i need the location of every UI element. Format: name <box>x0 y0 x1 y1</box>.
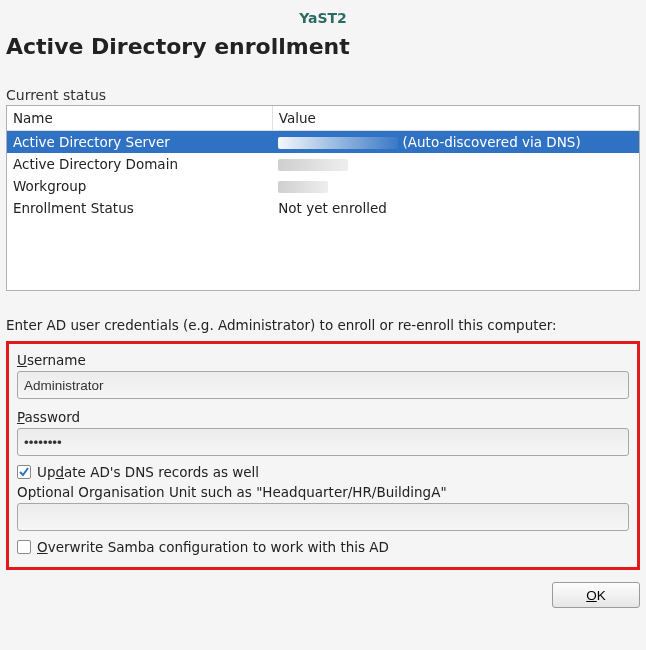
check-icon <box>18 466 30 478</box>
cell-value: Not yet enrolled <box>272 197 638 219</box>
overwrite-samba-label: Overwrite Samba configuration to work wi… <box>37 539 389 555</box>
username-field[interactable] <box>17 371 629 399</box>
cell-value <box>272 153 638 175</box>
cell-value-suffix: (Auto-discovered via DNS) <box>403 134 581 150</box>
page-heading: Active Directory enrollment <box>6 34 640 59</box>
update-dns-checkbox-row[interactable]: Update AD's DNS records as well <box>17 464 629 480</box>
cell-name: Active Directory Server <box>7 131 272 154</box>
table-row[interactable]: Active Directory Server (Auto-discovered… <box>7 131 639 154</box>
current-status-label: Current status <box>6 87 640 103</box>
cell-name: Workgroup <box>7 175 272 197</box>
cell-value: (Auto-discovered via DNS) <box>272 131 638 154</box>
table-row[interactable]: Enrollment Status Not yet enrolled <box>7 197 639 219</box>
table-row[interactable]: Workgroup <box>7 175 639 197</box>
cell-name: Active Directory Domain <box>7 153 272 175</box>
ok-button[interactable]: OK <box>552 582 640 608</box>
redacted-value <box>278 137 398 149</box>
dialog-button-row: OK <box>6 582 640 608</box>
cell-value-suffix: Not yet enrolled <box>278 200 387 216</box>
yast-window: YaST2 Active Directory enrollment Curren… <box>0 0 646 624</box>
table-row[interactable]: Active Directory Domain <box>7 153 639 175</box>
current-status-table-container: Name Value Active Directory Server (Auto… <box>6 105 640 291</box>
col-header-name[interactable]: Name <box>7 106 272 131</box>
username-label: Username <box>17 352 629 368</box>
password-label: Password <box>17 409 629 425</box>
password-field[interactable] <box>17 428 629 456</box>
cell-value <box>272 175 638 197</box>
update-dns-label: Update AD's DNS records as well <box>37 464 259 480</box>
redacted-value <box>278 181 328 193</box>
highlighted-form-area: Username Password Update AD's DNS record… <box>6 341 640 570</box>
credentials-instruction: Enter AD user credentials (e.g. Administ… <box>6 317 640 333</box>
redacted-value <box>278 159 348 171</box>
cell-name: Enrollment Status <box>7 197 272 219</box>
overwrite-samba-checkbox-row[interactable]: Overwrite Samba configuration to work wi… <box>17 539 629 555</box>
org-unit-label: Optional Organisation Unit such as "Head… <box>17 484 629 500</box>
update-dns-checkbox[interactable] <box>17 465 31 479</box>
table-header-row: Name Value <box>7 106 639 131</box>
window-title: YaST2 <box>6 6 640 34</box>
org-unit-field[interactable] <box>17 503 629 531</box>
col-header-value[interactable]: Value <box>272 106 638 131</box>
current-status-table: Name Value Active Directory Server (Auto… <box>7 106 639 219</box>
overwrite-samba-checkbox[interactable] <box>17 540 31 554</box>
